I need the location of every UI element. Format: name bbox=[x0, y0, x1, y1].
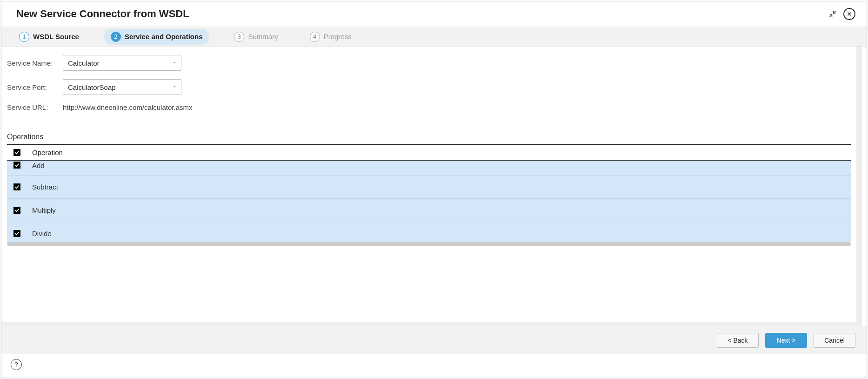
row-service-url: Service URL: http://www.dneonline.com/ca… bbox=[7, 103, 856, 111]
select-service-name-value: Calculator bbox=[68, 59, 100, 67]
operations-table: Operation Add bbox=[7, 144, 851, 242]
operation-name: Multiply bbox=[32, 206, 56, 214]
checkbox-select-all[interactable] bbox=[13, 149, 20, 156]
label-service-name: Service Name: bbox=[7, 59, 63, 67]
value-service-url: http://www.dneonline.com/calculator.asmx bbox=[63, 103, 192, 111]
checkbox-operation[interactable] bbox=[13, 162, 20, 169]
header-icons bbox=[827, 8, 855, 20]
checkbox-operation[interactable] bbox=[13, 230, 20, 237]
operation-name: Divide bbox=[32, 230, 52, 237]
step-number: 4 bbox=[310, 32, 320, 42]
operation-row[interactable]: Subtract bbox=[7, 176, 851, 199]
operation-row[interactable]: Divide bbox=[7, 222, 851, 242]
content-panel: Service Name: Calculator Service Port: C… bbox=[1, 47, 862, 326]
operation-name: Subtract bbox=[32, 183, 58, 191]
operations-body[interactable]: Add Subtract Multi bbox=[7, 161, 851, 242]
operations-table-header: Operation bbox=[7, 145, 851, 161]
dialog-header: New Service Connector from WSDL bbox=[1, 1, 867, 27]
svg-line-0 bbox=[834, 11, 836, 13]
checkbox-operation[interactable] bbox=[13, 183, 20, 190]
wizard-steps: 1 WSDL Source 2 Service and Operations 3… bbox=[1, 27, 867, 47]
step-label: Progress bbox=[324, 33, 352, 41]
step-label: WSDL Source bbox=[33, 33, 79, 41]
collapse-icon[interactable] bbox=[827, 8, 839, 20]
svg-line-1 bbox=[829, 15, 832, 17]
row-service-port: Service Port: CalculatorSoap bbox=[7, 79, 856, 95]
step-number: 3 bbox=[234, 32, 244, 42]
dialog-title: New Service Connector from WSDL bbox=[16, 8, 189, 20]
row-service-name: Service Name: Calculator bbox=[7, 55, 856, 71]
label-service-url: Service URL: bbox=[7, 103, 63, 111]
chevron-down-icon bbox=[172, 83, 177, 91]
close-icon[interactable] bbox=[843, 8, 855, 20]
checkbox-operation[interactable] bbox=[13, 207, 20, 214]
help-icon[interactable]: ? bbox=[11, 359, 22, 370]
select-service-name[interactable]: Calculator bbox=[63, 55, 181, 71]
label-service-port: Service Port: bbox=[7, 83, 63, 91]
column-header-operation: Operation bbox=[32, 149, 63, 156]
form-area: Service Name: Calculator Service Port: C… bbox=[1, 47, 856, 120]
step-progress[interactable]: 4 Progress bbox=[303, 29, 358, 45]
cancel-button[interactable]: Cancel bbox=[814, 333, 855, 348]
chevron-down-icon bbox=[172, 59, 177, 67]
step-wsdl-source[interactable]: 1 WSDL Source bbox=[13, 29, 86, 45]
step-label: Summary bbox=[248, 33, 278, 41]
operation-name: Add bbox=[32, 162, 45, 169]
back-button[interactable]: < Back bbox=[717, 333, 759, 348]
select-service-port-value: CalculatorSoap bbox=[68, 83, 116, 91]
operation-row[interactable]: Multiply bbox=[7, 199, 851, 222]
operation-row[interactable]: Add bbox=[7, 161, 851, 176]
operations-heading: Operations bbox=[7, 133, 856, 141]
step-label: Service and Operations bbox=[125, 33, 203, 41]
step-number: 2 bbox=[111, 32, 121, 42]
dialog-new-service-connector: New Service Connector from WSDL 1 WS bbox=[1, 1, 867, 378]
horizontal-scrollbar[interactable] bbox=[7, 242, 851, 246]
select-service-port[interactable]: CalculatorSoap bbox=[63, 79, 181, 95]
step-service-operations[interactable]: 2 Service and Operations bbox=[104, 29, 209, 45]
step-number: 1 bbox=[19, 32, 29, 42]
step-summary[interactable]: 3 Summary bbox=[227, 29, 284, 45]
next-button[interactable]: Next > bbox=[765, 333, 807, 348]
dialog-footer: < Back Next > Cancel bbox=[1, 326, 867, 354]
help-bar: ? bbox=[1, 354, 867, 378]
